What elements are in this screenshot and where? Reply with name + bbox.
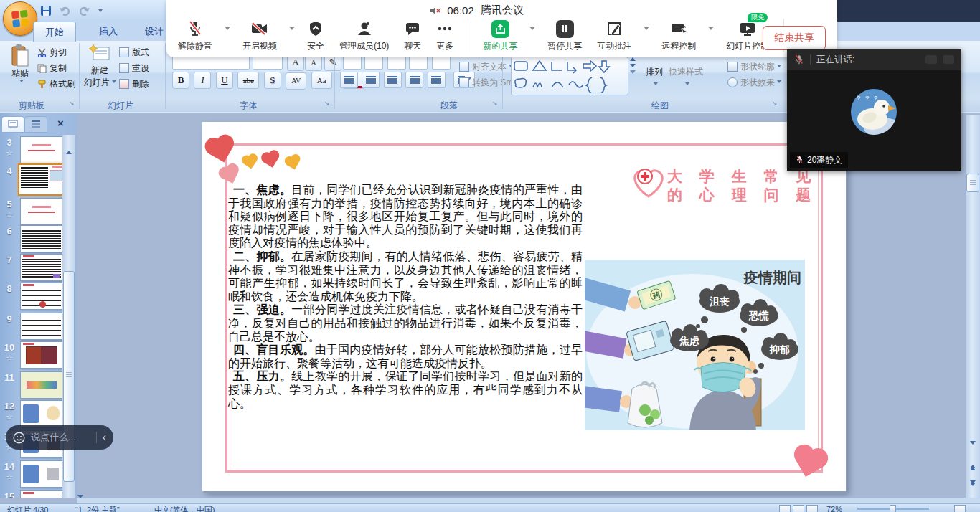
shape-outline-button[interactable]: 形状轮廓 [727, 60, 781, 74]
panel-window-icon[interactable] [925, 55, 937, 64]
zoom-slider-knob[interactable] [890, 505, 896, 512]
video-panel[interactable]: 正在讲话: ? ? ? 20潘静文 [787, 49, 961, 171]
tab-insert[interactable]: 插入 [88, 22, 129, 41]
font-dialog-launcher[interactable]: ↘ [324, 100, 330, 107]
indent-decrease-button[interactable] [387, 55, 406, 70]
pandemic-cartoon-image: 疫情期间 药 [585, 260, 805, 430]
thumbnail-image [20, 400, 63, 427]
drawing-dialog-launcher[interactable]: ↘ [772, 100, 778, 107]
slide-number: 3 [6, 137, 11, 148]
video-options-icon[interactable] [289, 27, 295, 33]
pause-share-button[interactable]: 暂停共享 [545, 19, 585, 53]
remote-control-button[interactable]: 远程控制 [659, 19, 699, 53]
redo-icon[interactable] [77, 5, 90, 19]
underline-button[interactable]: U [216, 72, 233, 89]
shapes-scroll[interactable] [630, 57, 636, 74]
previous-slide-button[interactable] [970, 465, 976, 470]
mute-options-icon[interactable] [225, 27, 230, 33]
font-size-combo[interactable] [253, 55, 283, 70]
unmute-button[interactable]: 解除静音 [175, 19, 215, 53]
slide-number: 8 [6, 283, 11, 294]
zoom-level[interactable]: 72% [826, 505, 842, 512]
tab-slides-view[interactable] [1, 116, 24, 133]
chat-label: 聊天 [404, 40, 421, 52]
numbering-button[interactable] [364, 55, 383, 70]
smartart-icon [459, 77, 469, 87]
clipboard-dialog-launcher[interactable]: ↘ [69, 100, 75, 107]
main-scrollbar-thumb[interactable] [966, 174, 979, 192]
new-share-button[interactable]: 新的共享 [480, 19, 520, 53]
fit-to-window-button[interactable] [954, 505, 966, 512]
security-button[interactable]: 安全 [304, 19, 327, 53]
align-left-button[interactable] [340, 72, 358, 88]
save-icon[interactable] [40, 5, 52, 19]
char-spacing-button[interactable]: AV [286, 72, 306, 90]
annotate-button[interactable]: 互动批注 [594, 19, 634, 53]
slide-control-icon: 限免 [739, 19, 756, 38]
align-right-button[interactable] [384, 72, 402, 88]
tab-outline-view[interactable] [24, 116, 47, 133]
font-name-combo[interactable] [172, 55, 250, 70]
strikethrough-button[interactable]: abe [237, 72, 259, 89]
view-buttons[interactable] [779, 505, 818, 512]
shapes-scroll-up-icon[interactable] [630, 57, 636, 61]
shadow-button[interactable]: S [264, 72, 281, 89]
close-panel-icon[interactable]: × [57, 117, 64, 129]
scroll-down-icon[interactable] [970, 445, 976, 458]
thumbnail-scrollbar-thumb[interactable] [63, 271, 75, 482]
indent-increase-button[interactable] [409, 55, 428, 70]
emoji-icon[interactable] [13, 432, 25, 444]
panel-window-icon[interactable] [943, 55, 954, 64]
slide-canvas[interactable]: 大 学 生 常 见 的 心 理 问 题 一、焦虑。目前，同学们已经充分认识到新冠… [202, 122, 846, 491]
change-case-button[interactable]: Aa [311, 72, 332, 89]
shapes-more-icon[interactable] [630, 70, 636, 74]
share-options-icon[interactable] [529, 27, 535, 33]
next-slide-button[interactable] [970, 480, 976, 486]
more-button[interactable]: 更多 [433, 19, 456, 53]
meeting-time: 06:02 [447, 4, 474, 16]
format-painter-button[interactable]: 格式刷 [37, 77, 75, 91]
bold-button[interactable]: B [172, 72, 189, 89]
remote-options-icon[interactable] [708, 27, 714, 33]
office-button[interactable] [3, 1, 37, 36]
reset-button[interactable]: 重设 [119, 61, 149, 75]
quick-styles-button[interactable]: 快速样式 [669, 66, 703, 87]
align-distribute-button[interactable] [428, 72, 446, 88]
main-scrollbar[interactable] [966, 115, 980, 498]
italic-button[interactable]: I [194, 72, 211, 89]
scroll-up-icon[interactable] [66, 138, 72, 151]
copy-button[interactable]: 复制 [37, 61, 67, 75]
shapes-gallery[interactable] [511, 57, 628, 95]
delete-slide-button[interactable]: 删除 [119, 77, 149, 91]
paragraph-dialog-launcher[interactable]: ↘ [492, 100, 498, 107]
bullets-button[interactable] [343, 55, 362, 70]
chat-quick-bar[interactable]: 说点什么... ‹ [6, 425, 113, 450]
align-justify-button[interactable] [405, 72, 423, 88]
new-slide-button[interactable]: 新建 幻灯片 [82, 44, 118, 89]
manage-members-button[interactable]: 管理成员(10) [336, 19, 392, 53]
shape-effects-button[interactable]: 形状效果 [727, 75, 781, 90]
status-theme: “1_2份 主题” [75, 505, 120, 512]
layout-button[interactable]: 版式 [119, 45, 149, 60]
quick-access-dropdown-icon[interactable] [98, 9, 103, 14]
align-center-button[interactable] [362, 72, 380, 88]
participant-mic-muted-icon [796, 156, 804, 164]
start-video-button[interactable]: 开启视频 [240, 19, 280, 53]
paste-button[interactable]: 粘贴 [6, 44, 34, 85]
animation-star-icon: ☆ [1, 210, 17, 219]
chat-button[interactable]: 聊天 [401, 19, 424, 53]
tab-home[interactable]: 开始 [33, 22, 76, 42]
free-badge: 限免 [748, 13, 768, 22]
paragraph-depression: 二、抑郁。在居家防疫期间，有的人情绪低落、悲伤、容易疲劳、精神不振，学习很难集中… [228, 250, 583, 303]
cut-button[interactable]: 剪切 [37, 45, 67, 60]
annotate-options-icon[interactable] [644, 27, 649, 33]
undo-icon[interactable] [59, 5, 72, 19]
line-spacing-button[interactable] [432, 55, 451, 70]
shapes-scroll-down-icon[interactable] [630, 64, 636, 67]
collapse-chat-bar-icon[interactable]: ‹ [103, 432, 106, 443]
paragraph-group-label: 段落 [440, 100, 458, 112]
align-text-button[interactable]: 对齐文本 [459, 60, 513, 74]
end-share-button[interactable]: 结束共享 [763, 26, 826, 50]
arrange-button[interactable]: 排列 [646, 66, 663, 87]
chat-input-placeholder[interactable]: 说点什么... [31, 431, 90, 444]
